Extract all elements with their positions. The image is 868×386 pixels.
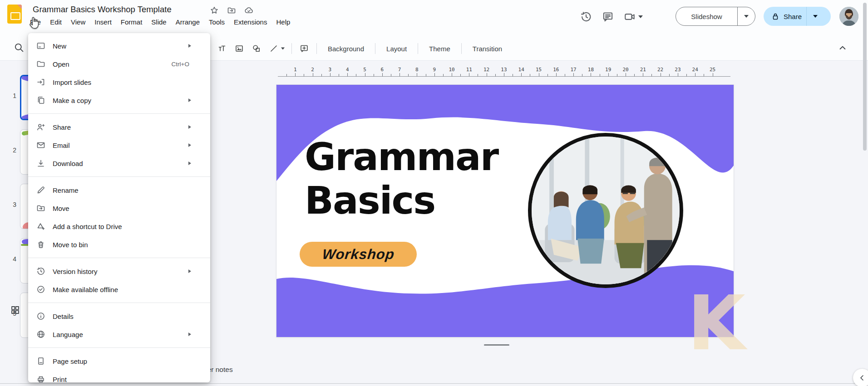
slides-logo[interactable] bbox=[7, 5, 22, 24]
menubar-item-arrange[interactable]: Arrange bbox=[171, 17, 204, 27]
share-button[interactable]: Share bbox=[784, 13, 802, 20]
collapse-toolbar-icon[interactable] bbox=[837, 42, 848, 53]
ruler-tick-half bbox=[582, 74, 582, 76]
submenu-arrow-icon bbox=[188, 44, 191, 48]
slide-canvas[interactable]: K Grammar Basics Workshop bbox=[276, 85, 734, 337]
ruler-tick-half bbox=[513, 74, 513, 76]
camera-icon[interactable] bbox=[624, 11, 636, 23]
ruler-tick bbox=[626, 73, 626, 76]
file-menu-item-language[interactable]: Language bbox=[28, 325, 210, 343]
line-options-caret-icon[interactable] bbox=[281, 48, 285, 50]
notes-resize-handle[interactable] bbox=[484, 344, 509, 346]
menubar-item-slide[interactable]: Slide bbox=[147, 17, 171, 27]
menubar-item-format[interactable]: Format bbox=[116, 17, 147, 27]
layout-button[interactable]: Layout bbox=[379, 42, 414, 55]
ruler-number: 23 bbox=[675, 67, 681, 73]
menubar-item-help[interactable]: Help bbox=[271, 17, 295, 27]
menubar-item-tools[interactable]: Tools bbox=[204, 17, 229, 27]
file-menu-scrollbar[interactable] bbox=[863, 3, 867, 151]
file-menu-item-open[interactable]: OpenCtrl+O bbox=[28, 55, 210, 73]
file-menu-item-details[interactable]: Details bbox=[28, 307, 210, 325]
ruler-number: 20 bbox=[622, 67, 628, 73]
share-caret-icon[interactable] bbox=[813, 15, 818, 18]
file-menu: NewOpenCtrl+OImport slidesMake a copySha… bbox=[28, 33, 210, 382]
menu-item-label: Add a shortcut to Drive bbox=[53, 223, 204, 230]
ruler-tick bbox=[521, 73, 522, 76]
file-menu-item-make-a-copy[interactable]: Make a copy bbox=[28, 91, 210, 109]
move-folder-icon[interactable] bbox=[227, 6, 236, 15]
insert-line-icon[interactable] bbox=[265, 41, 282, 56]
version-history-icon[interactable] bbox=[580, 11, 592, 23]
title-status-icons bbox=[210, 6, 253, 15]
background-button[interactable]: Background bbox=[321, 42, 371, 55]
ruler-tick-half bbox=[651, 74, 652, 76]
menubar-item-extensions[interactable]: Extensions bbox=[229, 17, 271, 27]
copy-icon bbox=[36, 96, 45, 105]
ruler-number: 6 bbox=[380, 67, 384, 73]
slideshow-button-group: Slideshow bbox=[676, 7, 755, 26]
file-menu-item-print[interactable]: Print bbox=[28, 370, 210, 382]
toolbar-separator bbox=[375, 43, 375, 54]
camera-caret-icon[interactable] bbox=[638, 15, 643, 18]
slideshow-caret-icon[interactable] bbox=[744, 15, 749, 18]
import-icon bbox=[36, 78, 45, 87]
ruler-tick bbox=[452, 73, 452, 76]
insert-image-icon[interactable] bbox=[231, 41, 248, 56]
account-avatar[interactable] bbox=[839, 7, 858, 26]
ruler-tick-half bbox=[634, 74, 635, 76]
menubar-item-view[interactable]: View bbox=[66, 17, 90, 27]
text-box-icon[interactable] bbox=[213, 41, 231, 56]
menubar-item-edit[interactable]: Edit bbox=[45, 17, 66, 27]
file-menu-item-make-available-offline[interactable]: Make available offline bbox=[28, 280, 210, 298]
ruler-tick-half bbox=[686, 74, 687, 76]
file-menu-item-import-slides[interactable]: Import slides bbox=[28, 73, 210, 91]
menu-item-label: Share bbox=[53, 123, 181, 131]
ruler-tick bbox=[643, 73, 643, 76]
file-menu-item-add-a-shortcut-to-drive[interactable]: Add a shortcut to Drive bbox=[28, 217, 210, 235]
ruler-tick bbox=[608, 73, 609, 76]
file-menu-item-download[interactable]: Download bbox=[28, 154, 210, 172]
slideshow-divider bbox=[737, 7, 738, 25]
menu-item-label: Move to bin bbox=[53, 241, 204, 249]
transition-button[interactable]: Transition bbox=[465, 42, 509, 55]
workshop-photo[interactable] bbox=[528, 133, 683, 288]
file-menu-item-page-setup[interactable]: Page setup bbox=[28, 352, 210, 370]
menu-divider bbox=[28, 347, 210, 348]
ruler-tick-half bbox=[669, 74, 670, 76]
submenu-arrow-icon bbox=[188, 161, 191, 165]
ruler-tick-half bbox=[565, 74, 565, 76]
file-menu-item-share[interactable]: Share bbox=[28, 118, 210, 136]
ruler-tick-half bbox=[547, 74, 548, 76]
theme-button[interactable]: Theme bbox=[422, 42, 458, 55]
search-icon[interactable] bbox=[14, 42, 25, 53]
ruler-tick-half bbox=[704, 74, 704, 76]
file-menu-item-email[interactable]: Email bbox=[28, 136, 210, 154]
workshop-badge[interactable]: Workshop bbox=[300, 242, 417, 267]
file-menu-item-version-history[interactable]: Version history bbox=[28, 262, 210, 280]
slide-thumbnail-number: 1 bbox=[5, 92, 16, 99]
hide-panel-button[interactable] bbox=[853, 369, 868, 386]
insert-comment-icon[interactable] bbox=[296, 41, 313, 56]
ruler-tick-half bbox=[356, 74, 356, 76]
slide-title[interactable]: Grammar Basics bbox=[305, 136, 498, 223]
file-menu-item-new[interactable]: New bbox=[28, 37, 210, 55]
ruler-tick-half bbox=[600, 74, 600, 76]
grid-view-icon[interactable] bbox=[10, 305, 20, 315]
file-menu-item-move-to-bin[interactable]: Move to bin bbox=[28, 235, 210, 254]
file-menu-item-rename[interactable]: Rename bbox=[28, 181, 210, 199]
ruler-number: 5 bbox=[363, 67, 366, 73]
document-title[interactable]: Grammar Basics Workshop Template bbox=[33, 5, 172, 15]
info-icon bbox=[36, 312, 45, 321]
template-watermark-letter: K bbox=[687, 280, 745, 367]
drive-add-icon bbox=[36, 222, 45, 231]
slideshow-button[interactable]: Slideshow bbox=[676, 13, 737, 20]
toolbar-separator bbox=[316, 43, 317, 54]
menubar-item-insert[interactable]: Insert bbox=[90, 17, 116, 27]
comments-icon[interactable] bbox=[602, 11, 614, 23]
star-icon[interactable] bbox=[210, 6, 219, 15]
rename-icon bbox=[36, 186, 45, 195]
file-menu-item-move[interactable]: Move bbox=[28, 199, 210, 217]
ruler-number: 1 bbox=[294, 67, 297, 73]
cloud-status-icon[interactable] bbox=[244, 6, 253, 15]
insert-shape-icon[interactable] bbox=[248, 41, 265, 56]
